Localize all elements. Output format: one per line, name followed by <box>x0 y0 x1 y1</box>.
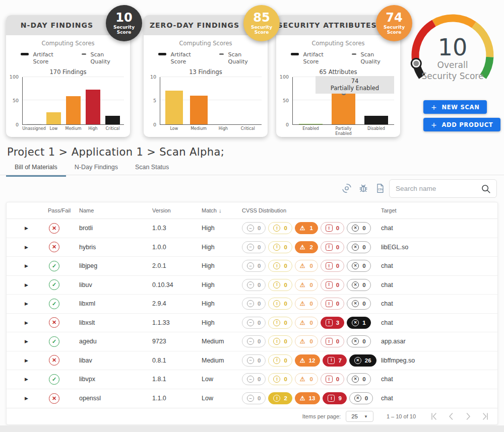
component-version: 1.8.1 <box>152 376 202 383</box>
table-row[interactable]: ▶✕libav0.8.1Medium–0!0⚠12!7✕26libffmpeg.… <box>7 351 497 371</box>
cvss-badge-medium: ⚠0 <box>295 260 318 272</box>
component-name: libuv <box>79 281 152 289</box>
pass-check-icon: ✓ <box>49 261 59 271</box>
expand-row-icon[interactable]: ▶ <box>25 377 48 382</box>
plus-icon: + <box>431 121 437 128</box>
minus-circle-icon: – <box>247 395 254 402</box>
cvss-distribution: –0!2⚠13!9✕0 <box>242 392 381 404</box>
table-row[interactable]: ▶✓libjpeg2.0.1High–0!0⚠0!0✕0chat <box>7 257 497 276</box>
cvss-badge-low: !0 <box>268 298 292 310</box>
minus-circle-icon: – <box>247 225 254 232</box>
scan-quality-dash-icon <box>352 53 356 55</box>
cvss-badge-high: !7 <box>323 354 346 367</box>
first-page-icon[interactable] <box>429 411 439 421</box>
legend: Artifact Score Scan Quality <box>144 51 268 65</box>
table-row[interactable]: ▶✕openssl1.1.0Low–0!2⚠13!9✕0chat <box>7 389 497 408</box>
fail-x-icon: ✕ <box>49 242 59 252</box>
cvss-badge-high: !0 <box>321 279 344 291</box>
exclamation-square-icon: ! <box>328 357 335 364</box>
search-icon[interactable] <box>480 183 491 194</box>
target-file: chat <box>381 300 489 307</box>
expand-row-icon[interactable]: ▶ <box>25 396 48 401</box>
cvss-badge-critical: ✕0 <box>349 392 373 404</box>
component-name: agedu <box>79 338 152 345</box>
table-row[interactable]: ▶✕hybris1.0.0High–0!0⚠2!0✕0libEGL.so <box>7 238 497 257</box>
exclamation-square-icon: ! <box>326 262 333 269</box>
cvss-badge-high: !3 <box>321 317 344 329</box>
scan-overview-icon[interactable] <box>341 182 353 194</box>
legend: Artifact Score Scan Quality <box>276 51 400 65</box>
items-per-page-select[interactable]: 25 ▼ <box>346 411 373 422</box>
exclamation-square-icon: ! <box>326 281 333 289</box>
attributes-score-badge: 74 Security Score <box>376 5 412 41</box>
legend-scan-quality: Scan Quality <box>82 51 116 65</box>
col-pass-fail: Pass/Fail <box>48 207 79 213</box>
table-row[interactable]: ▶✕libxslt1.1.33High–0!0⚠0!3✕1chat <box>7 314 497 333</box>
cvss-badge-critical: ✕0 <box>347 335 370 347</box>
table-row[interactable]: ▶✓libvpx1.8.1Low–0!0⚠0!0✕0chat <box>7 370 497 389</box>
cvss-badge-low: !0 <box>268 335 292 347</box>
vulnerability-bug-icon[interactable] <box>357 182 369 194</box>
target-file: chat <box>381 376 489 383</box>
bar-unassigned: Unassigned <box>24 77 44 124</box>
cvss-badge-low: !0 <box>268 317 292 329</box>
exclamation-square-icon: ! <box>326 300 333 307</box>
add-product-button[interactable]: + ADD PRODUCT <box>423 118 500 131</box>
cvss-badge-none: –0 <box>242 317 266 329</box>
match-level: Medium <box>202 357 242 364</box>
x-circle-icon: ✕ <box>352 376 359 383</box>
warning-triangle-icon: ⚠ <box>300 338 305 344</box>
expand-row-icon[interactable]: ▶ <box>25 263 48 268</box>
new-scan-button[interactable]: + NEW SCAN <box>423 100 487 114</box>
previous-page-icon[interactable] <box>446 411 456 421</box>
x-circle-icon: ✕ <box>354 395 361 402</box>
table-row[interactable]: ▶✓libuv0.10.34High–0!0⚠0!0✕0chat <box>7 276 497 295</box>
cvss-badge-critical: ✕0 <box>347 298 370 310</box>
expand-row-icon[interactable]: ▶ <box>25 358 48 363</box>
nday-findings-card: 10 Security Score N-DAY FINDINGS Computi… <box>6 15 130 137</box>
scan-quality-dash-icon <box>82 53 86 55</box>
table-footer: Items per page: 25 ▼ 1 – 10 of 10 <box>7 408 497 424</box>
gauge-label-line2: Security Score <box>422 71 484 81</box>
expand-row-icon[interactable]: ▶ <box>25 282 48 287</box>
component-version: 2.9.4 <box>152 300 202 307</box>
component-version: 1.1.33 <box>152 319 202 326</box>
target-file: chat <box>381 281 489 289</box>
table-header-row: Pass/Fail Name Version Match↓ CVSS Distr… <box>7 202 497 219</box>
bar-medium: Medium <box>64 77 83 124</box>
match-level: High <box>202 319 242 326</box>
table-row[interactable]: ▶✓libxml2.9.4High–0!0⚠0!0✕0chat <box>7 295 497 314</box>
col-match[interactable]: Match↓ <box>202 207 242 213</box>
exclamation-circle-icon: ! <box>273 225 280 232</box>
cvss-distribution: –0!0⚠0!3✕1 <box>242 317 381 329</box>
overall-security-gauge: 10 Overall Security Score <box>403 9 502 95</box>
x-circle-icon: ✕ <box>352 225 359 232</box>
cvss-badge-low: !0 <box>268 354 292 367</box>
next-page-icon[interactable] <box>463 411 473 421</box>
expand-row-icon[interactable]: ▶ <box>25 226 48 231</box>
pass-check-icon: ✓ <box>49 336 59 347</box>
expand-row-icon[interactable]: ▶ <box>25 339 48 344</box>
expand-row-icon[interactable]: ▶ <box>25 245 48 250</box>
artifact-score-dash-icon <box>291 53 299 55</box>
search-input[interactable] <box>396 185 480 192</box>
x-circle-icon: ✕ <box>352 244 359 251</box>
match-level: High <box>202 281 242 289</box>
table-row[interactable]: ▶✓agedu9723Medium–0!0⚠0!0✕0app.asar <box>7 332 497 351</box>
table-row[interactable]: ▶✕brotli1.0.3High–0!0⚠1!0✕0chat <box>7 219 497 238</box>
component-name: libxml <box>79 300 152 307</box>
score-value: 10 <box>115 12 132 24</box>
expand-row-icon[interactable]: ▶ <box>25 301 48 306</box>
artifact-score-dash-icon <box>21 53 29 55</box>
cvss-badge-none: –0 <box>242 260 266 272</box>
pagination-controls <box>429 411 490 421</box>
expand-row-icon[interactable]: ▶ <box>25 320 48 325</box>
legend-scan-quality: Scan Quality <box>219 51 254 65</box>
svg-text:CSV: CSV <box>378 188 384 191</box>
last-page-icon[interactable] <box>480 411 490 421</box>
match-level: Medium <box>202 338 242 345</box>
x-circle-icon: ✕ <box>352 319 359 326</box>
warning-triangle-icon: ⚠ <box>300 357 305 364</box>
export-csv-icon[interactable]: CSV <box>374 182 386 194</box>
card-subtitle: Computing Scores <box>276 40 400 47</box>
